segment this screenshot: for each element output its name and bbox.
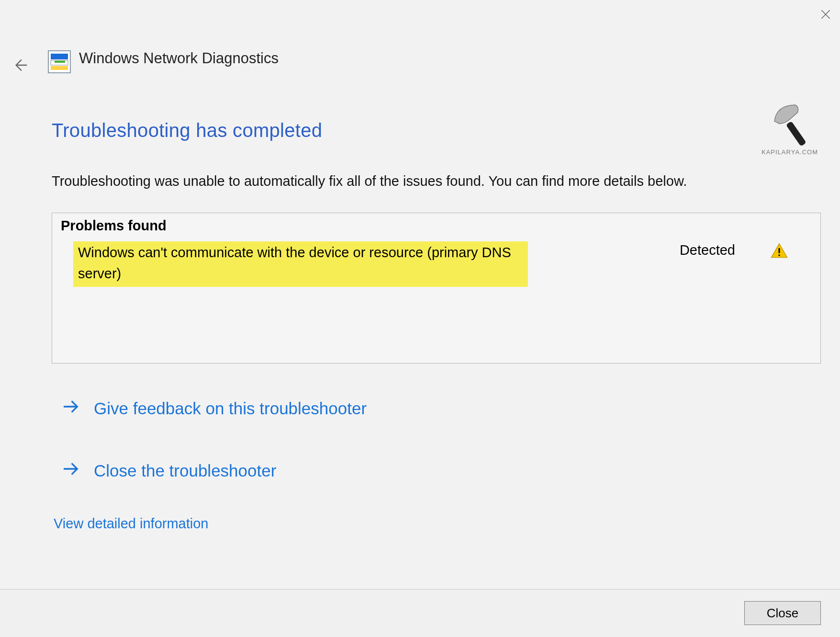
- svg-rect-2: [55, 61, 65, 63]
- svg-rect-3: [51, 66, 68, 70]
- arrow-right-icon: [61, 397, 80, 420]
- page-subtext: Troubleshooting was unable to automatica…: [52, 171, 760, 191]
- problems-found-box: Problems found Windows can't communicate…: [52, 213, 821, 364]
- network-diagnostics-icon: [48, 50, 71, 73]
- warning-icon: [771, 242, 788, 263]
- app-title: Windows Network Diagnostics: [79, 50, 279, 67]
- give-feedback-label: Give feedback on this troubleshooter: [94, 399, 367, 418]
- close-button[interactable]: Close: [744, 601, 821, 625]
- close-troubleshooter-link[interactable]: Close the troubleshooter: [61, 459, 821, 482]
- close-troubleshooter-label: Close the troubleshooter: [94, 461, 276, 480]
- view-detailed-info-link[interactable]: View detailed information: [54, 516, 821, 532]
- window-close-icon[interactable]: [811, 0, 840, 29]
- give-feedback-link[interactable]: Give feedback on this troubleshooter: [61, 397, 821, 420]
- svg-rect-0: [51, 54, 68, 59]
- svg-rect-5: [778, 248, 780, 253]
- problem-status: Detected: [680, 242, 735, 258]
- page-title: Troubleshooting has completed: [52, 120, 821, 141]
- arrow-right-icon: [61, 459, 80, 482]
- problem-description: Windows can't communicate with the devic…: [73, 241, 528, 287]
- dialog-footer: Close: [0, 589, 840, 637]
- svg-rect-6: [778, 255, 780, 256]
- problem-row: Windows can't communicate with the devic…: [61, 241, 812, 287]
- problems-found-title: Problems found: [61, 218, 812, 234]
- back-arrow-icon[interactable]: [11, 56, 30, 75]
